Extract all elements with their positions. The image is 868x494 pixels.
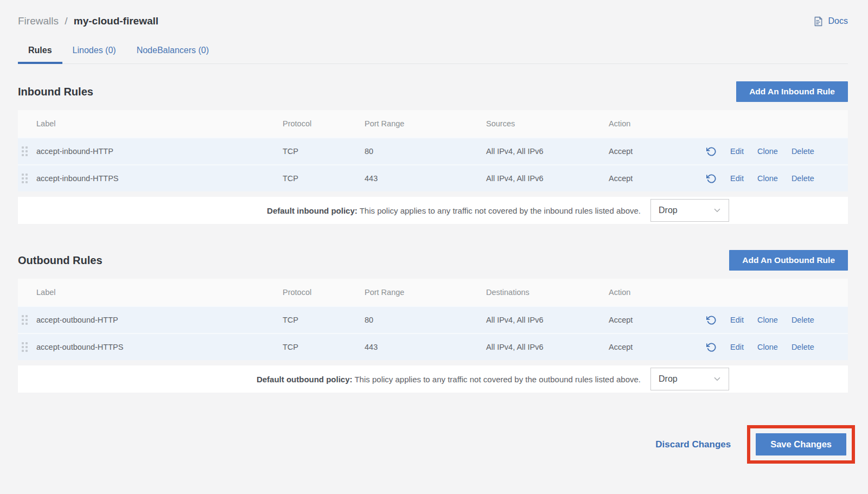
- default-outbound-policy-select[interactable]: Drop: [650, 368, 729, 390]
- delete-link[interactable]: Delete: [792, 147, 814, 156]
- rule-action: Accept: [609, 147, 706, 156]
- docs-icon: [813, 16, 824, 27]
- col-sources: Sources: [486, 119, 609, 128]
- rule-port: 443: [365, 174, 486, 183]
- docs-label: Docs: [828, 16, 848, 26]
- undo-icon[interactable]: [706, 315, 717, 325]
- topbar: Firewalls / my-cloud-firewall Docs: [18, 15, 848, 27]
- rule-action: Accept: [609, 174, 706, 183]
- rule-sources: All IPv4, All IPv6: [486, 147, 609, 156]
- outbound-rules-section: Outbound Rules Add An Outbound Rule Labe…: [18, 250, 848, 393]
- rule-label: accept-outbound-HTTPS: [36, 343, 283, 351]
- clone-link[interactable]: Clone: [757, 147, 778, 156]
- tab-rules[interactable]: Rules: [18, 39, 62, 63]
- col-protocol: Protocol: [283, 288, 365, 297]
- rule-action: Accept: [609, 316, 706, 324]
- rule-protocol: TCP: [283, 343, 365, 351]
- delete-link[interactable]: Delete: [792, 343, 814, 351]
- breadcrumb-separator: /: [65, 15, 67, 27]
- col-port-range: Port Range: [365, 119, 486, 128]
- edit-link[interactable]: Edit: [730, 316, 744, 324]
- col-action: Action: [609, 119, 706, 128]
- inbound-rules-section: Inbound Rules Add An Inbound Rule Label …: [18, 81, 848, 224]
- col-protocol: Protocol: [283, 119, 365, 128]
- rule-port: 80: [365, 147, 486, 156]
- rule-destinations: All IPv4, All IPv6: [486, 316, 609, 324]
- delete-link[interactable]: Delete: [792, 174, 814, 183]
- col-label: Label: [36, 119, 283, 128]
- save-changes-button[interactable]: Save Changes: [756, 433, 846, 455]
- edit-link[interactable]: Edit: [730, 174, 744, 183]
- breadcrumb: Firewalls / my-cloud-firewall: [18, 15, 158, 27]
- inbound-table-header: Label Protocol Port Range Sources Action: [18, 110, 848, 137]
- default-inbound-policy-row: Default inbound policy: This policy appl…: [18, 197, 848, 224]
- breadcrumb-current-firewall: my-cloud-firewall: [74, 15, 158, 27]
- rule-protocol: TCP: [283, 174, 365, 183]
- clone-link[interactable]: Clone: [757, 174, 778, 183]
- tab-linodes[interactable]: Linodes (0): [62, 39, 126, 63]
- undo-icon[interactable]: [706, 174, 717, 184]
- rule-protocol: TCP: [283, 147, 365, 156]
- rule-label: accept-inbound-HTTPS: [36, 174, 283, 183]
- rule-protocol: TCP: [283, 316, 365, 324]
- form-actions: Discard Changes Save Changes: [18, 425, 848, 464]
- edit-link[interactable]: Edit: [730, 147, 744, 156]
- annotation-highlight-rectangle: Save Changes: [747, 425, 855, 464]
- add-inbound-rule-button[interactable]: Add An Inbound Rule: [736, 81, 848, 102]
- rule-port: 80: [365, 316, 486, 324]
- outbound-rules-title: Outbound Rules: [18, 254, 103, 267]
- delete-link[interactable]: Delete: [792, 316, 814, 324]
- drag-handle-icon[interactable]: [22, 342, 28, 352]
- undo-icon[interactable]: [706, 146, 717, 157]
- table-row-outbound-http: accept-outbound-HTTP TCP 80 All IPv4, Al…: [18, 306, 848, 333]
- docs-link[interactable]: Docs: [813, 16, 848, 27]
- drag-handle-icon[interactable]: [22, 174, 28, 183]
- default-inbound-policy-text: Default inbound policy: This policy appl…: [267, 206, 641, 215]
- chevron-down-icon: [712, 206, 722, 215]
- discard-changes-link[interactable]: Discard Changes: [655, 439, 731, 450]
- drag-handle-icon[interactable]: [22, 146, 28, 156]
- rule-port: 443: [365, 343, 486, 351]
- rule-sources: All IPv4, All IPv6: [486, 174, 609, 183]
- col-action: Action: [609, 288, 706, 297]
- tab-nodebalancers[interactable]: NodeBalancers (0): [126, 39, 219, 63]
- chevron-down-icon: [712, 374, 722, 384]
- default-outbound-policy-row: Default outbound policy: This policy app…: [18, 365, 848, 393]
- rule-label: accept-inbound-HTTP: [36, 147, 283, 156]
- clone-link[interactable]: Clone: [757, 343, 778, 351]
- table-row-inbound-http: accept-inbound-HTTP TCP 80 All IPv4, All…: [18, 137, 848, 164]
- rule-action: Accept: [609, 343, 706, 351]
- col-label: Label: [36, 288, 283, 297]
- default-outbound-policy-text: Default outbound policy: This policy app…: [257, 375, 641, 384]
- col-port-range: Port Range: [365, 288, 486, 297]
- table-row-outbound-https: accept-outbound-HTTPS TCP 443 All IPv4, …: [18, 333, 848, 360]
- rule-destinations: All IPv4, All IPv6: [486, 343, 609, 351]
- breadcrumb-firewalls[interactable]: Firewalls: [18, 15, 59, 27]
- add-outbound-rule-button[interactable]: Add An Outbound Rule: [729, 250, 848, 271]
- rule-label: accept-outbound-HTTP: [36, 316, 283, 324]
- undo-icon[interactable]: [706, 342, 717, 352]
- tab-bar: Rules Linodes (0) NodeBalancers (0): [18, 39, 848, 64]
- table-row-inbound-https: accept-inbound-HTTPS TCP 443 All IPv4, A…: [18, 164, 848, 191]
- drag-handle-icon[interactable]: [22, 315, 28, 325]
- edit-link[interactable]: Edit: [730, 343, 744, 351]
- col-destinations: Destinations: [486, 288, 609, 297]
- firewall-detail-page: Firewalls / my-cloud-firewall Docs Rules…: [0, 0, 868, 494]
- outbound-table-header: Label Protocol Port Range Destinations A…: [18, 279, 848, 306]
- inbound-rules-title: Inbound Rules: [18, 86, 93, 98]
- default-inbound-policy-select[interactable]: Drop: [650, 199, 729, 222]
- clone-link[interactable]: Clone: [757, 316, 778, 324]
